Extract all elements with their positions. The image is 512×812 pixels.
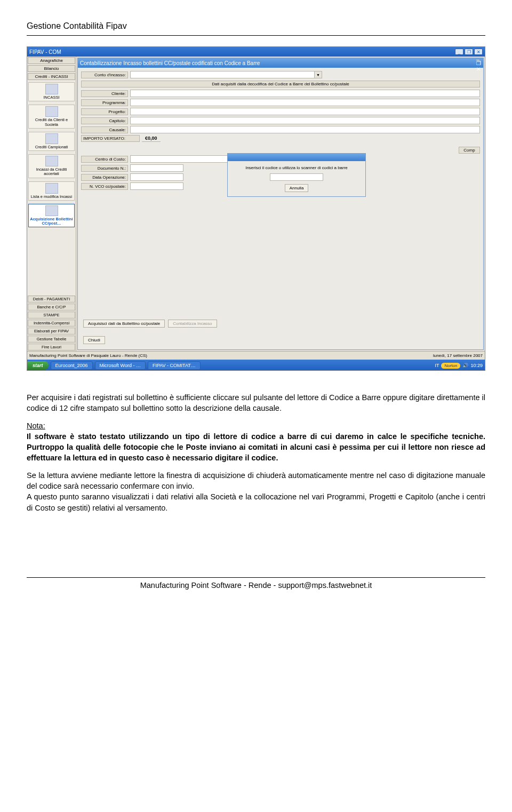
sidebar-head[interactable]: Crediti - INCASSI: [28, 73, 75, 80]
minimize-icon[interactable]: _: [455, 49, 463, 55]
label-importo: IMPORTO VERSATO:: [81, 135, 140, 142]
field-vco[interactable]: [130, 182, 183, 190]
document-title: Gestione Contabilità Fipav: [27, 21, 485, 31]
status-left: Manufacturing Point Software di Pasquale…: [29, 353, 147, 358]
label-centro-costo: Centro di Costo:: [81, 156, 128, 163]
people-icon: [45, 106, 58, 117]
taskbar-item[interactable]: FIPAV - COMITAT…: [148, 361, 201, 370]
field-capitolo[interactable]: [130, 117, 480, 124]
label-causale: Causale:: [81, 126, 128, 133]
norton-badge[interactable]: Norton: [441, 363, 460, 369]
taskbar: start Eurocont_2006 Microsoft Word - … F…: [27, 360, 485, 371]
value-importo: €0,00: [142, 135, 161, 142]
paragraph: Se la lettura avviene mediante lettore l…: [27, 471, 485, 490]
trophy-icon: [45, 133, 58, 144]
page-footer: Manufacturing Point Software - Rende - s…: [27, 577, 485, 590]
child-window-titlebar: Contabilizzazione Incasso bollettini CC/…: [78, 58, 483, 68]
acquire-data-button[interactable]: Acquisisci dati da Bollettino cc/postale: [83, 320, 165, 328]
barcode-input[interactable]: [270, 173, 323, 181]
sidebar-foot[interactable]: Indennità-Compensi: [28, 320, 75, 327]
sidebar-item-label: Acquisizione Bollettini CC/post…: [30, 217, 73, 226]
taskbar-item[interactable]: Eurocont_2006: [51, 361, 93, 370]
cancel-button[interactable]: Annulla: [285, 184, 309, 192]
label-programma: Programma:: [81, 99, 128, 106]
sidebar-item-incassi-crediti[interactable]: Incassi da Crediti accertati: [28, 154, 75, 178]
close-button[interactable]: Chiudi: [83, 336, 105, 344]
tray-speaker-icon[interactable]: 🔊: [462, 363, 468, 368]
maximize-icon[interactable]: ❐: [476, 60, 481, 66]
screenshot-figure: FIPAV - COM _ ❐ ✕ Anagrafiche Bilancio C…: [27, 46, 485, 371]
field-causale[interactable]: [130, 126, 480, 133]
sidebar-foot[interactable]: Fine Lavori: [28, 344, 75, 351]
sidebar-foot[interactable]: Banche e C/C/P: [28, 304, 75, 311]
minimize-icon[interactable]: _: [476, 54, 481, 60]
taskbar-item[interactable]: Microsoft Word - …: [95, 361, 146, 370]
field-documento[interactable]: [130, 164, 183, 172]
field-cliente[interactable]: [130, 90, 480, 97]
body-text: Per acquisire i dati registrati sul boll…: [27, 392, 485, 513]
child-window-title: Contabilizzazione Incasso bollettini CC/…: [80, 60, 260, 66]
cash-icon: [45, 84, 58, 94]
paragraph: A questo punto saranno visualizzati i da…: [27, 492, 485, 512]
sidebar-foot[interactable]: Elaborati per FIPAV: [28, 328, 75, 335]
horizontal-rule: [27, 35, 485, 36]
sidebar-item-label: Incassi da Crediti accertati: [30, 168, 73, 177]
label-documento: Documento N.:: [81, 165, 128, 172]
sidebar-head[interactable]: Bilancio: [28, 65, 75, 72]
combo-conto-incasso[interactable]: ▼: [130, 71, 322, 78]
sidebar-foot[interactable]: Gestione Tabelle: [28, 336, 75, 343]
paragraph: Per acquisire i dati registrati sul boll…: [27, 392, 485, 414]
status-bar: Manufacturing Point Software di Pasquale…: [27, 351, 485, 360]
chevron-down-icon: ▼: [314, 71, 322, 78]
clock: 10:29: [470, 363, 483, 368]
child-window: Contabilizzazione Incasso bollettini CC/…: [77, 58, 484, 350]
sidebar-item-crediti-clienti[interactable]: Crediti da Clienti e Società: [28, 105, 75, 129]
sidebar-foot[interactable]: Debiti - PAGAMENTI: [28, 296, 75, 302]
label-vco: N. VCO cc/postale:: [81, 183, 128, 190]
start-button[interactable]: start: [27, 361, 49, 370]
label-data-op: Data Operazione:: [81, 174, 128, 181]
sidebar-item-incassi[interactable]: INCASSI: [28, 82, 75, 101]
barcode-scanner-icon: [45, 205, 58, 216]
field-programma[interactable]: [130, 99, 480, 106]
list-icon: [45, 183, 58, 194]
outer-window-titlebar: FIPAV - COM _ ❐ ✕: [27, 47, 485, 57]
sidebar-item-label: Lista e modifica Incassi: [31, 195, 73, 199]
sidebar-item-label: INCASSI: [43, 95, 59, 100]
label-conto-incasso: Conto d'incasso:: [81, 71, 128, 78]
label-cliente: Cliente:: [81, 90, 128, 97]
sidebar-item-label: Crediti Campionati: [35, 145, 68, 149]
sidebar-head[interactable]: Anagrafiche: [28, 57, 75, 64]
sidebar: Anagrafiche Bilancio Crediti - INCASSI I…: [27, 57, 76, 351]
language-indicator[interactable]: IT: [435, 363, 439, 368]
outer-window-title: FIPAV - COM: [29, 49, 61, 55]
field-progetto[interactable]: [130, 108, 480, 115]
note-heading: Nota:: [27, 421, 45, 430]
label-capitolo: Capitolo:: [81, 117, 128, 124]
field-data-op[interactable]: [130, 173, 183, 181]
sidebar-item-acquisizione-bollettini[interactable]: Acquisizione Bollettini CC/post…: [28, 204, 75, 228]
label-progetto: Progetto:: [81, 108, 128, 115]
form-body: Conto d'incasso: ▼ Dati acquisiti dalla …: [78, 68, 483, 333]
sidebar-item-lista-incassi[interactable]: Lista e modifica Incassi: [28, 181, 75, 201]
footer-text: Manufacturing Point Software - Rende - s…: [27, 581, 485, 590]
sidebar-item-crediti-campionati[interactable]: Crediti Campionati: [28, 132, 75, 151]
dialog-prompt: Inserisci il codice o utilizza lo scanne…: [232, 165, 361, 170]
barcode-input-dialog: Inserisci il codice o utilizza lo scanne…: [227, 153, 366, 197]
label-comp: Comp: [459, 147, 480, 154]
check-icon: [45, 156, 58, 166]
note-body: Il software è stato testato utilizzando …: [27, 432, 485, 463]
sidebar-foot[interactable]: STAMPE: [28, 312, 75, 319]
status-right: lunedì, 17 settembre 2007: [433, 353, 483, 358]
sidebar-item-label: Crediti da Clienti e Società: [30, 118, 73, 127]
contabilizza-button[interactable]: Contabilizza Incasso: [168, 320, 217, 328]
dialog-titlebar: [228, 154, 365, 161]
section-header: Dati acquisiti dalla decodifica del Codi…: [81, 81, 480, 87]
maximize-icon[interactable]: ❐: [465, 49, 473, 55]
